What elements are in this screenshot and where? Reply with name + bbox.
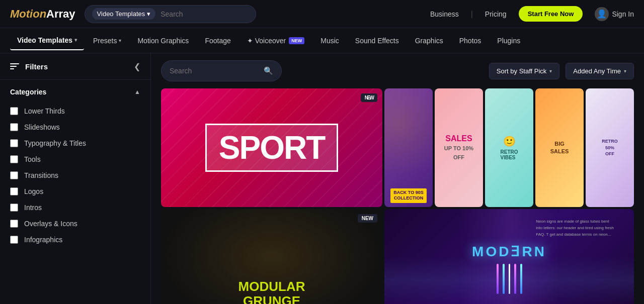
- sort-label: Sort by Staff Pick: [497, 67, 546, 75]
- retro2-label: RETRO50%OFF: [602, 138, 618, 157]
- checkbox-intros[interactable]: [10, 204, 18, 212]
- voiceover-sparkle-icon: ✦: [247, 37, 253, 45]
- logo: MotionArray: [10, 8, 75, 21]
- template-card-modern[interactable]: MODƎRN Neon signs are made of glass tube…: [384, 209, 634, 304]
- big-sales-label: BIGSALES: [550, 140, 569, 156]
- signin-button[interactable]: 👤 Sign In: [595, 7, 634, 21]
- nav-item-presets[interactable]: Presets ▾: [86, 32, 128, 50]
- content-area: 🔍 Sort by Staff Pick ▾ Added Any Time ▾ …: [151, 53, 644, 304]
- top-nav: MotionArray Video Templates ▾ Business |…: [0, 0, 644, 28]
- nav-label-plugins: Plugins: [497, 37, 520, 45]
- category-transitions[interactable]: Transitions: [10, 167, 140, 183]
- nav-label-motion-graphics: Motion Graphics: [137, 37, 189, 45]
- new-badge-voiceover: NEW: [289, 37, 304, 44]
- category-lower-thirds[interactable]: Lower Thirds: [10, 103, 140, 119]
- category-overlays-icons[interactable]: Overlays & Icons: [10, 216, 140, 232]
- time-label: Added Any Time: [573, 67, 621, 75]
- checkbox-overlays-icons[interactable]: [10, 220, 18, 228]
- logo-italic: Motion: [10, 8, 46, 20]
- template-card-sport[interactable]: SPORT NEW: [161, 88, 382, 207]
- dropdown-label: Video Templates: [97, 10, 145, 18]
- chevron-down-icon: ▾: [74, 37, 77, 43]
- time-dropdown[interactable]: Added Any Time ▾: [566, 63, 634, 79]
- template-card-grunge[interactable]: MODULARGRUNGESTOMP NEW: [161, 209, 382, 304]
- category-tools[interactable]: Tools: [10, 151, 140, 167]
- new-badge-sport: NEW: [361, 93, 377, 102]
- nav-label-photos: Photos: [459, 37, 481, 45]
- category-label-slideshows: Slideshows: [24, 123, 60, 131]
- checkbox-tools[interactable]: [10, 155, 18, 163]
- nav-item-footage[interactable]: Footage: [198, 32, 237, 50]
- collapse-sidebar-button[interactable]: ❮: [134, 62, 140, 71]
- template-card-back90s[interactable]: BACK TO 90SCOLLECTION: [384, 88, 433, 207]
- category-infographics[interactable]: Infographics: [10, 232, 140, 248]
- sidebar: Filters ❮ Categories ▲ Lower Thirds Slid…: [0, 53, 151, 304]
- nav-item-motion-graphics[interactable]: Motion Graphics: [130, 32, 196, 50]
- nav-label-voiceover: Voiceover: [255, 37, 286, 45]
- business-link[interactable]: Business: [430, 10, 459, 18]
- categories-header[interactable]: Categories ▲: [10, 88, 140, 96]
- chevron-down-icon: ▾: [119, 38, 121, 43]
- template-card-big-sales[interactable]: BIGSALES: [535, 88, 584, 207]
- nav-item-music[interactable]: Music: [313, 32, 346, 50]
- neon-lines: [497, 264, 522, 294]
- search-icon: 🔍: [264, 66, 273, 75]
- checkbox-lower-thirds[interactable]: [10, 107, 18, 115]
- filters-label: Filters: [25, 62, 48, 71]
- checkbox-logos[interactable]: [10, 187, 18, 195]
- category-typography-titles[interactable]: Typography & Titles: [10, 135, 140, 151]
- checkbox-infographics[interactable]: [10, 236, 18, 244]
- nav-item-sound-effects[interactable]: Sound Effects: [348, 32, 406, 50]
- back90s-label: BACK TO 90SCOLLECTION: [390, 188, 426, 203]
- categories-section: Categories ▲ Lower Thirds Slideshows Typ…: [0, 80, 150, 256]
- category-slideshows[interactable]: Slideshows: [10, 119, 140, 135]
- main-content: Filters ❮ Categories ▲ Lower Thirds Slid…: [0, 53, 644, 304]
- template-card-retro-vibes[interactable]: 🙂 RETROVIBES: [485, 88, 533, 207]
- chevron-down-icon: ▾: [624, 68, 626, 74]
- sort-dropdown[interactable]: Sort by Staff Pick ▾: [489, 63, 559, 79]
- nav-label-footage: Footage: [205, 37, 230, 45]
- top-search-input[interactable]: [160, 10, 249, 18]
- nav-label-music: Music: [320, 37, 339, 45]
- grunge-title: MODULARGRUNGESTOMP: [238, 279, 305, 304]
- category-label-tools: Tools: [24, 155, 41, 163]
- modern-title: MODƎRN: [472, 243, 546, 260]
- retro-vibes-content: 🙂 RETROVIBES: [501, 135, 518, 160]
- filters-header: Filters ❮: [0, 53, 150, 80]
- new-badge-grunge: NEW: [358, 214, 377, 223]
- checkbox-typography-titles[interactable]: [10, 139, 18, 147]
- main-search-input[interactable]: [170, 67, 264, 75]
- nav-item-video-templates[interactable]: Video Templates ▾: [10, 31, 84, 50]
- nav-separator: |: [471, 10, 473, 19]
- checkbox-slideshows[interactable]: [10, 123, 18, 131]
- content-toolbar: 🔍 Sort by Staff Pick ▾ Added Any Time ▾: [151, 53, 644, 88]
- category-label-intros: Intros: [24, 204, 42, 212]
- nav-item-photos[interactable]: Photos: [452, 32, 489, 50]
- nav-item-voiceover[interactable]: ✦ Voiceover NEW: [240, 32, 311, 50]
- category-intros[interactable]: Intros: [10, 199, 140, 216]
- checkbox-transitions[interactable]: [10, 171, 18, 179]
- filters-title: Filters: [10, 61, 48, 71]
- signin-label: Sign In: [612, 10, 634, 18]
- category-label-infographics: Infographics: [24, 236, 62, 244]
- pricing-link[interactable]: Pricing: [485, 10, 507, 18]
- logo-bold: Array: [46, 8, 75, 20]
- template-card-retro2[interactable]: RETRO50%OFF: [586, 88, 634, 207]
- chevron-down-icon: ▾: [147, 10, 150, 18]
- category-label-lower-thirds: Lower Thirds: [24, 107, 65, 115]
- filter-icon: [10, 61, 20, 71]
- top-search-bar: Video Templates ▾: [85, 5, 257, 23]
- secondary-nav: Video Templates ▾ Presets ▾ Motion Graph…: [0, 28, 644, 53]
- template-type-dropdown[interactable]: Video Templates ▾: [92, 8, 156, 20]
- chevron-up-icon: ▲: [134, 88, 140, 95]
- nav-label-graphics: Graphics: [415, 37, 443, 45]
- nav-item-graphics[interactable]: Graphics: [408, 32, 450, 50]
- category-logos[interactable]: Logos: [10, 183, 140, 199]
- categories-label: Categories: [10, 88, 46, 96]
- start-free-button[interactable]: Start Free Now: [519, 6, 583, 22]
- nav-item-plugins[interactable]: Plugins: [490, 32, 527, 50]
- template-card-sales[interactable]: SALESUP TO 10%OFF: [435, 88, 483, 207]
- sport-title: SPORT: [205, 124, 338, 172]
- nav-label-sound-effects: Sound Effects: [355, 37, 399, 45]
- category-label-transitions: Transitions: [24, 171, 58, 179]
